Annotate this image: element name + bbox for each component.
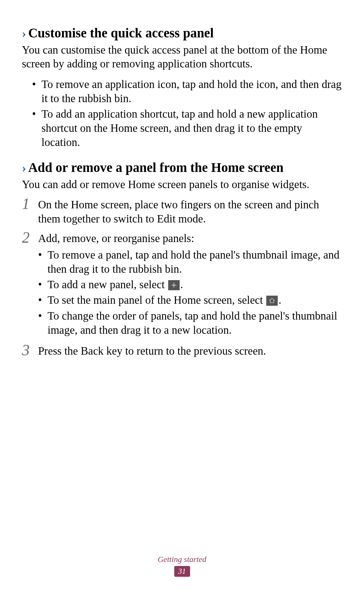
- sub-bullet-text-pre: To add a new panel, select: [48, 278, 168, 291]
- sub-bullet-text-post: .: [278, 294, 281, 306]
- list-item: To change the order of panels, tap and h…: [38, 309, 342, 337]
- chevron-icon: ›: [22, 160, 26, 175]
- list-item: To add a new panel, select .: [38, 277, 342, 292]
- page-footer: Getting started 31: [0, 555, 364, 577]
- heading-text-1: Customise the quick access panel: [28, 25, 214, 40]
- section-heading-1: › Customise the quick access panel: [22, 25, 342, 40]
- section2-intro: You can add or remove Home screen panels…: [22, 178, 342, 191]
- step-number: 2: [22, 230, 32, 245]
- section-heading-2: › Add or remove a panel from the Home sc…: [22, 160, 342, 175]
- page-number-badge: 31: [174, 566, 190, 577]
- step-item: 1 On the Home screen, place two fingers …: [22, 198, 342, 226]
- heading-text-2: Add or remove a panel from the Home scre…: [28, 160, 284, 175]
- step-content: Add, remove, or reorganise panels: To re…: [38, 231, 342, 338]
- list-item: To add an application shortcut, tap and …: [32, 107, 342, 150]
- list-item: To set the main panel of the Home screen…: [38, 293, 342, 307]
- section1-intro: You can customise the quick access panel…: [22, 43, 342, 71]
- numbered-steps: 1 On the Home screen, place two fingers …: [22, 198, 342, 358]
- home-icon: [266, 296, 278, 306]
- footer-section-label: Getting started: [0, 555, 364, 564]
- step-item: 3 Press the Back key to return to the pr…: [22, 344, 342, 358]
- chevron-icon: ›: [22, 26, 26, 40]
- step-text: Press the Back key to return to the prev…: [38, 344, 342, 358]
- sub-bullets: To remove a panel, tap and hold the pane…: [38, 248, 342, 337]
- step-text: On the Home screen, place two fingers on…: [38, 198, 342, 226]
- plus-icon: [168, 280, 180, 290]
- step-item: 2 Add, remove, or reorganise panels: To …: [22, 231, 342, 338]
- sub-bullet-text-post: .: [180, 278, 183, 291]
- step-number: 1: [22, 196, 32, 212]
- section1-bullets: To remove an application icon, tap and h…: [32, 77, 342, 150]
- list-item: To remove an application icon, tap and h…: [32, 77, 342, 106]
- sub-bullet-text-pre: To set the main panel of the Home screen…: [48, 294, 266, 306]
- step-text: Add, remove, or reorganise panels:: [38, 232, 194, 244]
- list-item: To remove a panel, tap and hold the pane…: [38, 248, 342, 276]
- step-number: 3: [22, 342, 32, 358]
